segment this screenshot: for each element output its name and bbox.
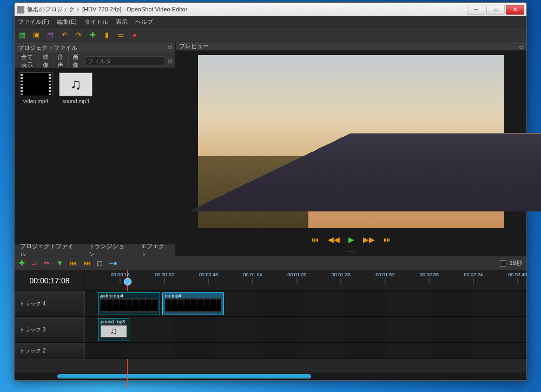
ruler-tick: 00:00:48 [199, 272, 218, 284]
profile-icon[interactable]: ▮ [102, 31, 111, 39]
file-item[interactable]: ♫sound.mp3 [59, 72, 93, 104]
preview-label: プレビュー [179, 42, 209, 50]
forward-icon[interactable]: ▶▶ [363, 235, 375, 244]
next-marker-icon[interactable]: ⏭ [83, 259, 90, 267]
file-label: sound.mp3 [62, 98, 89, 104]
ruler-tick: 00:00:16 [111, 272, 130, 284]
menu-help[interactable]: ヘルプ [135, 18, 153, 26]
menu-edit[interactable]: 編集(E) [57, 18, 77, 26]
undo-icon[interactable]: ↶ [60, 31, 69, 39]
timeline-tracks: トラック 4Bvideo.mp4eo.mp4トラック 3Vsound.mp3トラ… [15, 291, 526, 373]
close-button[interactable]: ✕ [506, 5, 524, 15]
track-row: トラック 3Vsound.mp3 [15, 317, 526, 343]
ruler-tick: 00:02:40 [508, 272, 527, 284]
import-files-icon[interactable]: ✚ [88, 31, 97, 39]
center-playhead-icon[interactable]: ◻ [97, 259, 103, 267]
project-bottom-tabs: プロジェクトファイル トランジション エフェクト [15, 244, 175, 256]
menu-file[interactable]: ファイル(F) [18, 18, 49, 26]
ruler-tick: 00:01:04 [243, 272, 262, 284]
preview-area: ⏮ ◀◀ ▶ ▶▶ ⏭ ...... [176, 51, 526, 257]
timeline-ruler[interactable]: 00:00:17:08 00:00:1600:00:3200:00:4800:0… [15, 270, 526, 291]
ruler-tick: 00:01:20 [287, 272, 306, 284]
timeline-toolbar: ✚ ⊃ ✂ ▼ ⏮ ⏭ ◻ –● 16秒 [15, 256, 526, 270]
detach-icon[interactable]: ⧉ [168, 44, 172, 51]
right-panel: プレビュー ⧉ ⏮ ◀◀ ▶ ▶▶ ⏭ ...... [176, 42, 526, 256]
clip-filmstrip [165, 298, 221, 313]
ruler-tick: 00:01:36 [332, 272, 351, 284]
menu-view[interactable]: 表示 [116, 18, 128, 26]
track-body[interactable]: Vsound.mp3 [85, 317, 526, 342]
minimize-button[interactable]: ─ [467, 5, 485, 15]
save-project-icon[interactable]: ▤ [46, 31, 55, 39]
clip-filmstrip [101, 324, 126, 338]
file-label: video.mp4 [23, 98, 48, 104]
project-files-header: プロジェクトファイル ⧉ [15, 42, 175, 54]
file-filter-tabs: 全て表示 映像 音声 画像 ⊘ [15, 54, 175, 68]
clip-label: video.mp4 [101, 293, 123, 298]
preview-header: プレビュー ⧉ [176, 42, 526, 51]
prev-marker-icon[interactable]: ⏮ [70, 259, 77, 267]
clear-filter-icon[interactable]: ⊘ [167, 57, 173, 65]
current-time: 00:00:17:08 [15, 270, 85, 290]
app-window: 無名のプロジェクト [HDV 720 24p] - OpenShot Video… [14, 2, 527, 381]
new-project-icon[interactable]: ▦ [18, 31, 27, 39]
ruler-tick: 00:00:32 [155, 272, 174, 284]
add-track-icon[interactable]: ✚ [19, 259, 25, 267]
maximize-button[interactable]: ▭ [486, 5, 505, 15]
jump-start-icon[interactable]: ⏮ [312, 235, 319, 244]
ruler-tick: 00:01:52 [375, 272, 394, 284]
window-title: 無名のプロジェクト [HDV 720 24p] - OpenShot Video… [27, 5, 187, 14]
main-area: プロジェクトファイル ⧉ 全て表示 映像 音声 画像 ⊘ video.mp4♫s… [15, 42, 526, 256]
clip-filmstrip [101, 298, 157, 313]
file-list[interactable]: video.mp4♫sound.mp3 [15, 68, 175, 244]
zoom-checkbox[interactable] [500, 260, 506, 267]
track-header[interactable]: トラック 3 [15, 317, 85, 342]
timeline-panel: ✚ ⊃ ✂ ▼ ⏮ ⏭ ◻ –● 16秒 00:00:17:08 00:00:1… [15, 256, 526, 380]
timeline-scrollbar-thumb[interactable] [57, 374, 311, 378]
timeline-clip[interactable]: Bvideo.mp4 [98, 292, 160, 315]
snap-icon[interactable]: ⊃ [31, 259, 37, 267]
detach-preview-icon[interactable]: ⧉ [519, 44, 523, 51]
project-files-label: プロジェクトファイル [18, 44, 77, 52]
timeline-clip[interactable]: eo.mp4 [162, 292, 224, 315]
rewind-icon[interactable]: ◀◀ [328, 235, 340, 244]
timeline-scrollbar[interactable] [15, 373, 526, 380]
timeline-ticks[interactable]: 00:00:1600:00:3200:00:4800:01:0400:01:20… [85, 270, 526, 290]
timeline-clip[interactable]: Vsound.mp3 [98, 318, 129, 341]
zoom-label: 16秒 [510, 259, 522, 267]
zoom-slider-icon[interactable]: –● [109, 259, 117, 267]
titlebar[interactable]: 無名のプロジェクト [HDV 720 24p] - OpenShot Video… [15, 3, 526, 16]
razor-icon[interactable]: ✂ [44, 259, 50, 267]
play-icon[interactable]: ▶ [348, 235, 354, 244]
preview-footer: ...... [347, 248, 355, 255]
redo-icon[interactable]: ↷ [74, 31, 83, 39]
filter-input[interactable] [85, 56, 165, 66]
left-panel: プロジェクトファイル ⧉ 全て表示 映像 音声 画像 ⊘ video.mp4♫s… [15, 42, 176, 256]
track-header[interactable]: トラック 2 [15, 343, 85, 358]
main-toolbar: ▦ ▣ ▤ ↶ ↷ ✚ ▮ ▭ ● [15, 28, 526, 42]
preview-frame[interactable] [198, 55, 504, 228]
track-header[interactable]: トラック 4 [15, 291, 85, 316]
video-thumbnail-icon [19, 72, 52, 96]
app-icon [17, 6, 24, 14]
music-thumbnail-icon: ♫ [59, 72, 93, 96]
clip-label: eo.mp4 [165, 293, 181, 298]
ruler-tick: 00:02:24 [464, 272, 483, 284]
jump-end-icon[interactable]: ⏭ [384, 235, 391, 244]
track-body[interactable] [85, 343, 526, 358]
file-item[interactable]: video.mp4 [19, 72, 52, 104]
open-project-icon[interactable]: ▣ [32, 31, 41, 39]
menubar: ファイル(F) 編集(E) タイトル 表示 ヘルプ [15, 16, 526, 28]
clip-label: sound.mp3 [101, 319, 125, 324]
marker-icon[interactable]: ▼ [56, 259, 63, 267]
zoom-box: 16秒 [500, 259, 522, 267]
export-icon[interactable]: ● [130, 31, 139, 39]
track-body[interactable]: Bvideo.mp4eo.mp4 [85, 291, 526, 316]
ruler-tick: 00:02:08 [420, 272, 439, 284]
fullscreen-icon[interactable]: ▭ [116, 31, 125, 39]
menu-title[interactable]: タイトル [84, 18, 108, 26]
track-row: トラック 2 [15, 343, 526, 359]
track-row: トラック 4Bvideo.mp4eo.mp4 [15, 291, 526, 317]
playback-controls: ⏮ ◀◀ ▶ ▶▶ ⏭ [312, 231, 391, 248]
